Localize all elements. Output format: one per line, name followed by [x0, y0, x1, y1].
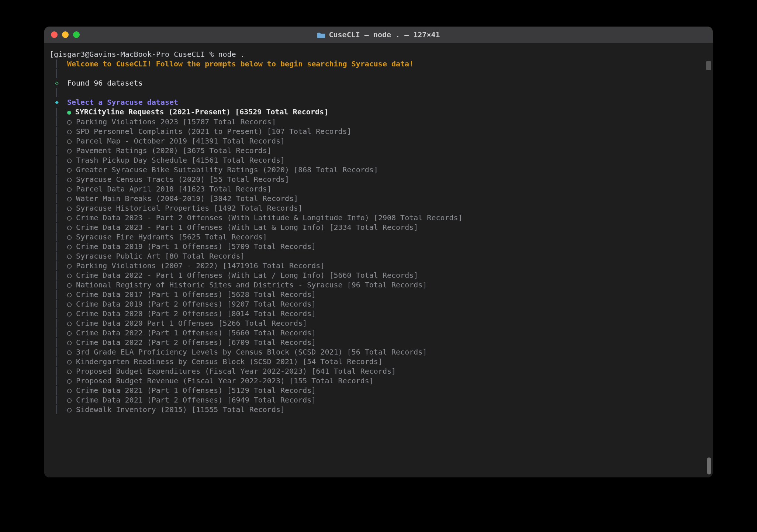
- dataset-option-label: 3rd Grade ELA Proficiency Levels by Cens…: [76, 348, 427, 356]
- close-icon[interactable]: [51, 31, 58, 38]
- dataset-option-label: Water Main Breaks (2004-2019) [3042 Tota…: [76, 194, 298, 203]
- unselected-ring-icon: ○: [67, 309, 76, 318]
- dataset-option[interactable]: │○ Kindergarten Readiness by Census Bloc…: [49, 357, 708, 366]
- dataset-option-label: Kindergarten Readiness by Census Block (…: [76, 357, 383, 366]
- dataset-option-label: Crime Data 2023 - Part 1 Offenses (With …: [76, 223, 418, 232]
- dataset-option[interactable]: │○ Crime Data 2022 (Part 1 Offenses) [56…: [49, 328, 708, 338]
- diamond-icon: ◇: [55, 78, 59, 88]
- dataset-option[interactable]: │○ Syracuse Public Art [80 Total Records…: [49, 251, 708, 261]
- dataset-option[interactable]: │○ Crime Data 2019 (Part 2 Offenses) [92…: [49, 299, 708, 309]
- unselected-ring-icon: ○: [67, 357, 76, 366]
- dataset-option-label: Syracuse Fire Hydrants [5625 Total Recor…: [76, 232, 267, 241]
- dataset-option[interactable]: │○ Greater Syracuse Bike Suitability Rat…: [49, 165, 708, 175]
- dataset-option[interactable]: │○ Parcel Map - October 2019 [41391 Tota…: [49, 136, 708, 146]
- select-header-line: ◆Select a Syracuse dataset: [49, 97, 708, 107]
- dataset-option-label: Crime Data 2022 (Part 2 Offenses) [6709 …: [76, 338, 316, 347]
- unselected-ring-icon: ○: [67, 395, 76, 404]
- dataset-option[interactable]: │○ Proposed Budget Revenue (Fiscal Year …: [49, 376, 708, 386]
- dataset-option[interactable]: │○ Crime Data 2022 (Part 2 Offenses) [67…: [49, 338, 708, 347]
- dataset-option-label: Greater Syracuse Bike Suitability Rating…: [76, 165, 378, 174]
- unselected-ring-icon: ○: [67, 376, 76, 385]
- unselected-ring-icon: ○: [67, 405, 76, 414]
- unselected-ring-icon: ○: [67, 290, 76, 299]
- dataset-option[interactable]: │○ Trash Pickup Day Schedule [41561 Tota…: [49, 155, 708, 165]
- dataset-option[interactable]: │○ Proposed Budget Expenditures (Fiscal …: [49, 366, 708, 376]
- dataset-option-label: Parcel Data April 2018 [41623 Total Reco…: [76, 184, 272, 193]
- unselected-ring-icon: ○: [67, 117, 76, 126]
- dataset-option-label: Syracuse Public Art [80 Total Records]: [76, 252, 245, 260]
- unselected-ring-icon: ○: [67, 271, 76, 280]
- dataset-option-label: Crime Data 2022 (Part 1 Offenses) [5660 …: [76, 328, 316, 337]
- dataset-option-label: SPD Personnel Complaints (2021 to Presen…: [76, 127, 352, 136]
- dataset-option-label: Crime Data 2022 - Part 1 Offenses (With …: [76, 271, 418, 280]
- dataset-option[interactable]: │○ Sidewalk Inventory (2015) [11555 Tota…: [49, 405, 708, 414]
- dataset-option[interactable]: │○ Parcel Data April 2018 [41623 Total R…: [49, 184, 708, 194]
- unselected-ring-icon: ○: [67, 146, 76, 155]
- dataset-option-label: Syracuse Census Tracts (2020) [55 Total …: [76, 175, 289, 184]
- dataset-option[interactable]: │○ Parking Violations 2023 [15787 Total …: [49, 117, 708, 127]
- dataset-option-label: National Registry of Historic Sites and …: [76, 280, 427, 289]
- dataset-option-label: Sidewalk Inventory (2015) [11555 Total R…: [76, 405, 285, 414]
- unselected-ring-icon: ○: [67, 252, 76, 260]
- dataset-option[interactable]: │○ 3rd Grade ELA Proficiency Levels by C…: [49, 347, 708, 357]
- unselected-ring-icon: ○: [67, 261, 76, 270]
- unselected-ring-icon: ○: [67, 127, 76, 136]
- dataset-option[interactable]: │○ Syracuse Fire Hydrants [5625 Total Re…: [49, 232, 708, 242]
- dataset-option-label: Parcel Map - October 2019 [41391 Total R…: [76, 137, 285, 145]
- dataset-option[interactable]: │○ Crime Data 2022 - Part 1 Offenses (Wi…: [49, 270, 708, 280]
- unselected-ring-icon: ○: [67, 367, 76, 376]
- dataset-option[interactable]: │○ Crime Data 2021 (Part 2 Offenses) [69…: [49, 395, 708, 405]
- unselected-ring-icon: ○: [67, 137, 76, 145]
- dataset-option[interactable]: │○ SPD Personnel Complaints (2021 to Pre…: [49, 127, 708, 136]
- dataset-option[interactable]: │○ Crime Data 2021 (Part 1 Offenses) [51…: [49, 386, 708, 395]
- dataset-option[interactable]: │○ National Registry of Historic Sites a…: [49, 280, 708, 290]
- terminal-window: CuseCLI — node . — 127×41 [gisgar3@Gavin…: [44, 27, 713, 477]
- dataset-option[interactable]: │○ Crime Data 2017 (Part 1 Offenses) [56…: [49, 290, 708, 299]
- titlebar: CuseCLI — node . — 127×41: [44, 27, 713, 43]
- unselected-ring-icon: ○: [67, 348, 76, 356]
- dataset-option-label: Pavement Ratings (2020) [3675 Total Reco…: [76, 146, 272, 155]
- dataset-option[interactable]: │○ Syracuse Census Tracts (2020) [55 Tot…: [49, 175, 708, 184]
- maximize-icon[interactable]: [73, 31, 80, 38]
- dataset-option-label: Crime Data 2020 (Part 2 Offenses) [8014 …: [76, 309, 316, 318]
- unselected-ring-icon: ○: [67, 319, 76, 328]
- unselected-ring-icon: ○: [67, 156, 76, 165]
- dataset-option-label: Parking Violations 2023 [15787 Total Rec…: [76, 117, 276, 126]
- dataset-option-label: Crime Data 2021 (Part 2 Offenses) [6949 …: [76, 395, 316, 404]
- dataset-option-label: Trash Pickup Day Schedule [41561 Total R…: [76, 156, 285, 165]
- traffic-lights: [51, 31, 80, 38]
- dataset-option-label: Crime Data 2019 (Part 1 Offenses) [5709 …: [76, 242, 316, 251]
- diamond-icon: ◆: [55, 97, 59, 107]
- minimize-icon[interactable]: [62, 31, 69, 38]
- unselected-ring-icon: ○: [67, 194, 76, 203]
- spacer-line: │: [49, 69, 708, 78]
- unselected-ring-icon: ○: [67, 328, 76, 337]
- dataset-option-label: Crime Data 2020 Part 1 Offenses [5266 To…: [76, 319, 307, 328]
- dataset-option[interactable]: │○ Water Main Breaks (2004-2019) [3042 T…: [49, 194, 708, 203]
- dataset-option-label: Crime Data 2019 (Part 2 Offenses) [9207 …: [76, 300, 316, 308]
- unselected-ring-icon: ○: [67, 280, 76, 289]
- unselected-ring-icon: ○: [67, 213, 76, 222]
- scrollbar-track[interactable]: [706, 61, 711, 474]
- dataset-option[interactable]: │○ Crime Data 2023 - Part 1 Offenses (Wi…: [49, 222, 708, 232]
- dataset-option[interactable]: │○ Syracuse Historical Properties [1492 …: [49, 203, 708, 213]
- unselected-ring-icon: ○: [67, 232, 76, 241]
- unselected-ring-icon: ○: [67, 204, 76, 213]
- unselected-ring-icon: ○: [67, 300, 76, 308]
- dataset-option[interactable]: │○ Pavement Ratings (2020) [3675 Total R…: [49, 146, 708, 155]
- welcome-line: │Welcome to CuseCLI! Follow the prompts …: [49, 59, 708, 69]
- terminal-body[interactable]: [gisgar3@Gavins-MacBook-Pro CuseCLI % no…: [44, 43, 713, 477]
- dataset-option[interactable]: │○ Crime Data 2020 Part 1 Offenses [5266…: [49, 318, 708, 328]
- unselected-ring-icon: ○: [67, 242, 76, 251]
- unselected-ring-icon: ○: [67, 386, 76, 395]
- dataset-option[interactable]: │○ Crime Data 2019 (Part 1 Offenses) [57…: [49, 242, 708, 251]
- scrollbar-thumb[interactable]: [707, 457, 711, 474]
- selected-bullet-icon: ●: [67, 108, 75, 116]
- dataset-option-label: Crime Data 2023 - Part 2 Offenses (With …: [76, 213, 463, 222]
- dataset-option[interactable]: │● SYRCityline Requests (2021-Present) […: [49, 107, 708, 117]
- dataset-option[interactable]: │○ Crime Data 2020 (Part 2 Offenses) [80…: [49, 309, 708, 318]
- dataset-option[interactable]: │○ Parking Violations (2007 - 2022) [147…: [49, 261, 708, 270]
- dataset-option-label: Crime Data 2021 (Part 1 Offenses) [5129 …: [76, 386, 316, 395]
- unselected-ring-icon: ○: [67, 184, 76, 193]
- dataset-option[interactable]: │○ Crime Data 2023 - Part 2 Offenses (Wi…: [49, 213, 708, 222]
